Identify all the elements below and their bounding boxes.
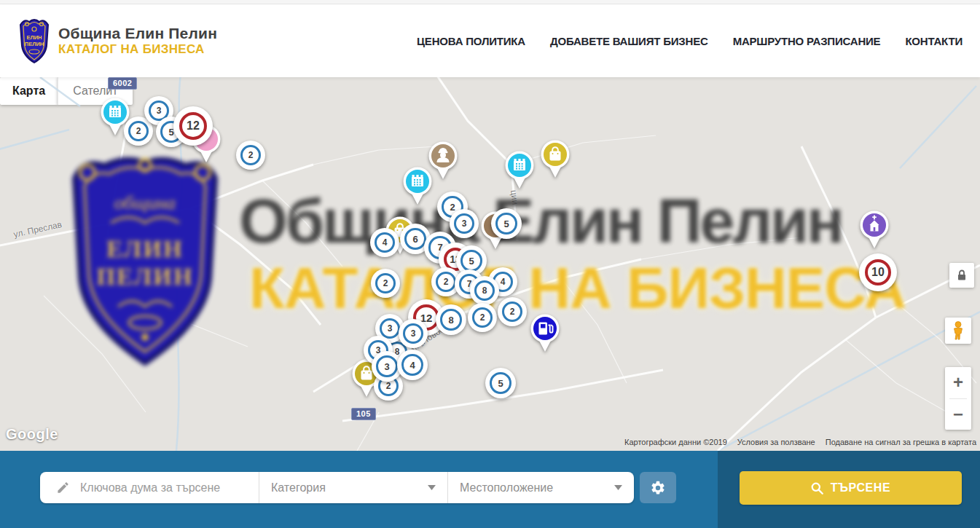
brand-title: Община Елин Пелин xyxy=(58,25,217,42)
chevron-down-icon xyxy=(428,485,436,490)
lock-icon xyxy=(955,269,968,282)
site-header: ЕЛИН ПЕЛИН Община Елин Пелин КАТАЛОГ НА … xyxy=(0,4,980,77)
gear-icon xyxy=(650,480,666,496)
watermark-title: Община Елин Пелин xyxy=(239,185,842,257)
road-number-badge: 105 xyxy=(351,408,376,420)
search-icon xyxy=(811,482,823,494)
location-select-value: Местоположение xyxy=(460,481,553,494)
search-button[interactable]: ТЪРСЕНЕ xyxy=(740,471,962,505)
map-cluster-marker[interactable]: 5 xyxy=(491,208,522,239)
map-pin-factory[interactable] xyxy=(401,165,434,208)
lock-button[interactable] xyxy=(949,263,974,288)
watermark-subtitle: КАТАЛОГ НА БИЗНЕСА xyxy=(249,255,906,322)
brand-subtitle: КАТАЛОГ НА БИЗНЕСА xyxy=(58,42,217,57)
map-cluster-marker[interactable]: 2 xyxy=(468,303,497,332)
svg-text:ПЕЛИН: ПЕЛИН xyxy=(25,41,44,47)
map-pin-church[interactable] xyxy=(858,209,891,251)
main-nav: ЦЕНОВА ПОЛИТИКА ДОБАВЕТЕ ВАШИЯТ БИЗНЕС М… xyxy=(417,35,963,47)
nav-add-your-business[interactable]: ДОБАВЕТЕ ВАШИЯТ БИЗНЕС xyxy=(550,35,708,47)
map-cluster-marker[interactable]: 4 xyxy=(397,350,428,380)
attribution-terms-link[interactable]: Условия за ползване xyxy=(737,438,815,446)
svg-text:ЕЛИН: ЕЛИН xyxy=(106,236,184,262)
nav-contacts[interactable]: КОНТАКТИ xyxy=(905,35,963,47)
map-attribution: Картографски данни ©2019 Условия за полз… xyxy=(624,438,976,446)
brand[interactable]: ЕЛИН ПЕЛИН Община Елин Пелин КАТАЛОГ НА … xyxy=(17,17,217,65)
map-cluster-marker[interactable]: 12 xyxy=(173,106,213,146)
map-cluster-marker[interactable]: 10 xyxy=(859,253,897,291)
map-cluster-marker[interactable]: 3 xyxy=(450,209,479,238)
street-view-pegman-button[interactable] xyxy=(945,318,971,344)
category-select-value: Категория xyxy=(271,481,326,494)
map-cluster-marker[interactable]: 2 xyxy=(371,269,400,298)
chevron-down-icon xyxy=(614,485,622,490)
nav-route-schedule[interactable]: МАРШРУТНО РАЗПИСАНИЕ xyxy=(733,35,881,47)
zoom-in-button[interactable]: + xyxy=(945,367,971,398)
attribution-copyright: Картографски данни ©2019 xyxy=(624,438,727,446)
keyword-field[interactable] xyxy=(40,472,259,503)
zoom-out-button[interactable]: − xyxy=(945,399,971,430)
zoom-control: + − xyxy=(945,367,971,430)
map-cluster-marker[interactable]: 8 xyxy=(436,304,466,335)
google-map[interactable]: ул. Преславбул. „Новоселции 6002105 общи… xyxy=(0,77,980,451)
search-button-label: ТЪРСЕНЕ xyxy=(831,481,891,494)
pencil-icon xyxy=(56,481,70,494)
map-cluster-marker[interactable]: 2 xyxy=(236,141,265,170)
map-cluster-marker[interactable]: 5 xyxy=(485,368,516,398)
road-number-badge: 6002 xyxy=(108,77,137,90)
search-section: Категория Местоположение ТЪРСЕНЕ xyxy=(0,451,980,528)
google-logo[interactable]: Google xyxy=(6,426,58,443)
svg-text:ПЕЛИН: ПЕЛИН xyxy=(96,264,193,290)
keyword-input[interactable] xyxy=(80,481,248,494)
pegman-icon xyxy=(950,321,966,340)
svg-text:ЕЛИН: ЕЛИН xyxy=(26,34,42,41)
municipality-logo-icon: ЕЛИН ПЕЛИН xyxy=(17,17,51,65)
watermark-shield: община ЕЛИН ПЕЛИН xyxy=(60,154,230,369)
search-bar: Категория Местоположение xyxy=(40,472,634,503)
map-cluster-marker[interactable]: 2 xyxy=(498,297,527,326)
nav-pricing-policy[interactable]: ЦЕНОВА ПОЛИТИКА xyxy=(417,35,525,47)
advanced-settings-button[interactable] xyxy=(640,472,676,503)
map-cluster-marker[interactable]: 4 xyxy=(370,228,399,257)
map-pin-factory[interactable] xyxy=(503,149,536,192)
category-select[interactable]: Категория xyxy=(259,472,447,503)
map-cluster-marker[interactable]: 3 xyxy=(399,319,428,348)
map-cluster-marker[interactable]: 8 xyxy=(470,276,499,305)
map-pin-shopping-bag[interactable] xyxy=(538,138,572,181)
svg-text:община: община xyxy=(114,192,176,213)
location-select[interactable]: Местоположение xyxy=(447,472,634,503)
attribution-report-link[interactable]: Подаване на сигнал за грешка в картата xyxy=(826,438,976,446)
map-pin-fuel[interactable] xyxy=(528,312,562,355)
